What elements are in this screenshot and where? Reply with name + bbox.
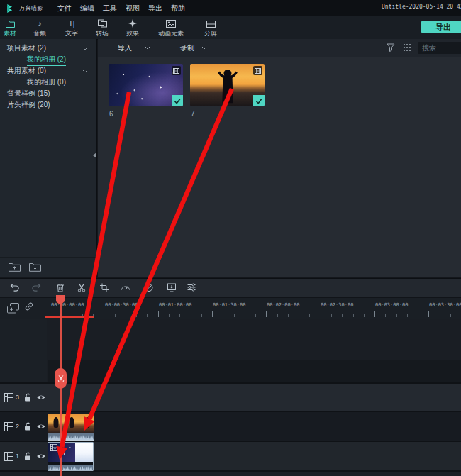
- search-input[interactable]: [418, 42, 461, 54]
- add-folder-icon[interactable]: [9, 262, 21, 272]
- eye-visibility-icon[interactable]: [36, 423, 46, 430]
- ruler-timecode: 00:00:30:00: [105, 302, 138, 308]
- tab-elements[interactable]: 动画元素: [158, 18, 184, 38]
- app-brand-name: 万兴喵影: [19, 4, 43, 12]
- track-header-3: 3: [0, 384, 47, 411]
- crop-icon[interactable]: [100, 283, 109, 292]
- effects-icon: [128, 18, 137, 28]
- media-item-6-thumbnail[interactable]: [109, 64, 183, 106]
- ruler-ticks: [47, 311, 461, 317]
- adjust-sliders-icon[interactable]: [187, 283, 196, 292]
- media-item-7-thumbnail[interactable]: [190, 64, 265, 106]
- track-header-1: 1: [0, 442, 47, 470]
- eye-visibility-icon[interactable]: [36, 394, 46, 401]
- tab-text[interactable]: T| 文字: [65, 18, 78, 38]
- media-panel: 导入 录制 6 7: [98, 39, 461, 277]
- color-chroma-icon[interactable]: [145, 283, 154, 292]
- ruler-timecode: 00:01:30:00: [213, 302, 245, 308]
- chevron-down-icon[interactable]: [82, 70, 88, 73]
- chevron-down-icon[interactable]: [82, 47, 88, 50]
- video-track-icon: [4, 422, 13, 431]
- video-clip-icon: [172, 66, 181, 75]
- track-number: 3: [16, 394, 21, 401]
- menu-tools[interactable]: 工具: [101, 4, 118, 13]
- track-manager-icon[interactable]: [6, 302, 20, 314]
- sidebar-item-shared-media[interactable]: 共用素材 (0): [0, 66, 96, 76]
- timeline-panel: 00:00:00:00 00:00:30:00 00:01:00:00 00:0…: [0, 278, 461, 476]
- timeline-toolbar: [0, 279, 461, 298]
- clip-video-frames: [48, 443, 93, 462]
- playhead-cut-button[interactable]: [55, 368, 67, 389]
- media-item-label: 7: [191, 110, 195, 118]
- timeline-clip-sunset[interactable]: [48, 414, 94, 441]
- track-number: 1: [16, 453, 21, 460]
- track-header-2: 2: [0, 412, 47, 441]
- redo-icon[interactable]: [31, 283, 41, 292]
- clip-audio-waveform: [48, 433, 94, 440]
- sidebar-item-background-samples[interactable]: 背景样例 (15): [0, 89, 96, 99]
- menu-file[interactable]: 文件: [56, 4, 73, 13]
- video-clip-icon: [253, 66, 262, 75]
- menu-edit[interactable]: 编辑: [79, 4, 96, 13]
- media-toolbar: 导入 录制: [98, 39, 461, 57]
- sidebar-item-my-album-shared[interactable]: 我的相册 (0): [0, 77, 96, 87]
- sidebar-footer: [0, 257, 96, 277]
- render-preview-icon[interactable]: [167, 283, 177, 292]
- record-chevron-icon[interactable]: [201, 46, 207, 50]
- ruler-timecode: 00:02:30:00: [321, 302, 353, 308]
- sidebar-item-my-album-project[interactable]: 我的相册 (2): [0, 55, 96, 65]
- playhead-handle[interactable]: [56, 295, 65, 301]
- filter-icon[interactable]: [387, 43, 395, 52]
- undo-icon[interactable]: [10, 283, 20, 292]
- tab-effects[interactable]: 效果: [126, 18, 139, 38]
- eye-visibility-icon[interactable]: [36, 453, 46, 460]
- filmora-app-window: 万兴喵影 文件 编辑 工具 视图 导出 帮助 Untitle-2020-05-1…: [0, 0, 461, 476]
- split-scissors-icon[interactable]: [77, 283, 86, 292]
- check-badge-icon[interactable]: [253, 95, 265, 106]
- splitscreen-icon: [206, 18, 216, 28]
- collapse-sidebar-icon[interactable]: [93, 153, 96, 158]
- ruler-timecode: 00:01:00:00: [159, 302, 191, 308]
- record-button[interactable]: 录制: [180, 39, 194, 57]
- delete-folder-icon[interactable]: [29, 262, 41, 272]
- import-chevron-icon[interactable]: [145, 46, 150, 50]
- menu-help[interactable]: 帮助: [170, 4, 187, 13]
- lock-icon[interactable]: [24, 393, 31, 402]
- clip-audio-waveform: [48, 465, 93, 471]
- import-button[interactable]: 导入: [118, 39, 132, 57]
- media-library-sidebar: 项目素材 (2) 我的相册 (2) 共用素材 (0) 我的相册 (0) 背景样例…: [0, 39, 97, 277]
- tab-splitscreen[interactable]: 分屏: [204, 18, 217, 38]
- menu-bar: 万兴喵影 文件 编辑 工具 视图 导出 帮助 Untitle-2020-05-1…: [0, 0, 461, 16]
- render-indicator-line: [45, 316, 94, 318]
- video-track-icon: [4, 393, 13, 402]
- speed-icon[interactable]: [121, 283, 130, 291]
- video-clip-icon: [50, 444, 57, 451]
- timeline-clip-night-sky[interactable]: [48, 442, 94, 471]
- menu-view[interactable]: 视图: [124, 4, 141, 13]
- lock-icon[interactable]: [24, 422, 31, 431]
- sidebar-item-project-media[interactable]: 项目素材 (2): [0, 43, 96, 53]
- tab-audio[interactable]: ♪ 音频: [33, 18, 46, 38]
- empty-track-area: [48, 360, 461, 382]
- lock-icon[interactable]: [24, 452, 31, 460]
- transition-icon: [98, 18, 107, 28]
- app-logo-icon: [6, 4, 16, 13]
- music-icon: ♪: [38, 18, 42, 28]
- export-button[interactable]: 导出: [421, 21, 461, 33]
- text-icon: T|: [69, 18, 75, 28]
- check-badge-icon[interactable]: [172, 95, 183, 106]
- sidebar-item-intro-samples[interactable]: 片头样例 (20): [0, 100, 96, 110]
- link-icon[interactable]: [24, 301, 34, 311]
- media-item-label: 6: [109, 110, 113, 118]
- menu-items: 文件 编辑 工具 视图 导出 帮助: [56, 4, 187, 13]
- person-silhouette: [212, 67, 243, 104]
- tab-transitions[interactable]: 转场: [96, 18, 109, 38]
- tab-media[interactable]: 素材: [4, 18, 16, 38]
- grid-view-icon[interactable]: [403, 43, 411, 52]
- menu-export[interactable]: 导出: [147, 4, 164, 13]
- folder-icon: [6, 18, 15, 28]
- delete-icon[interactable]: [56, 283, 65, 292]
- track-row-3: [0, 384, 461, 411]
- ruler-timecode: 00:02:00:00: [267, 302, 299, 308]
- project-title: Untitle-2020-05-14 20 42: [382, 4, 461, 10]
